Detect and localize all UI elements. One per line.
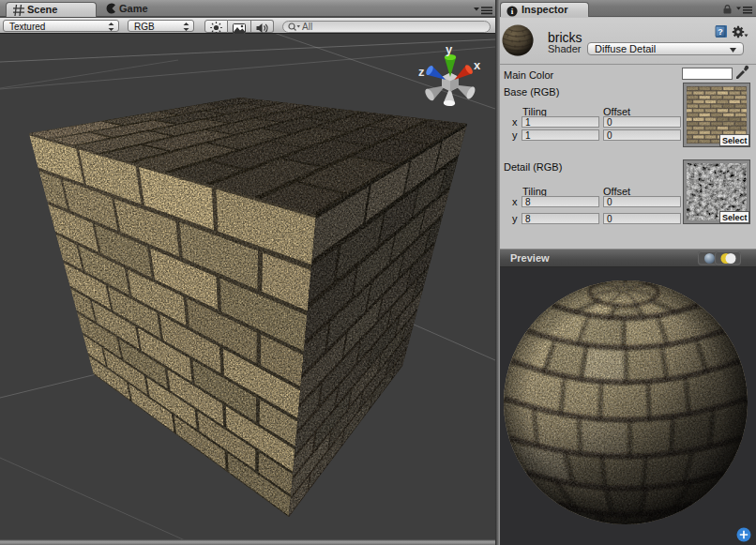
svg-text:x: x [474,58,481,72]
svg-text:z: z [418,65,425,79]
svg-text:y: y [446,42,453,56]
svg-text:?: ? [718,27,723,37]
